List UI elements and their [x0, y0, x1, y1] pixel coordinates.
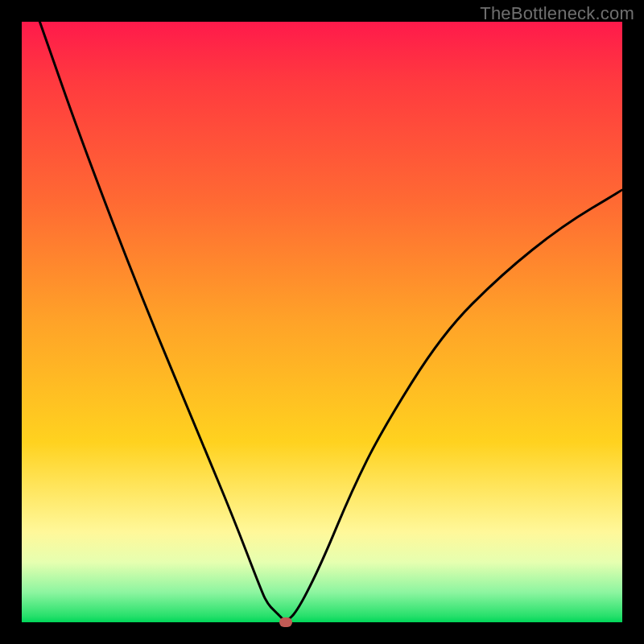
- chart-line-path: [39, 22, 622, 621]
- chart-line: [22, 22, 622, 622]
- watermark-text: TheBottleneck.com: [480, 3, 634, 24]
- chart-marker: [279, 617, 292, 627]
- chart-frame: TheBottleneck.com: [0, 0, 644, 644]
- chart-plot-area: [22, 22, 622, 622]
